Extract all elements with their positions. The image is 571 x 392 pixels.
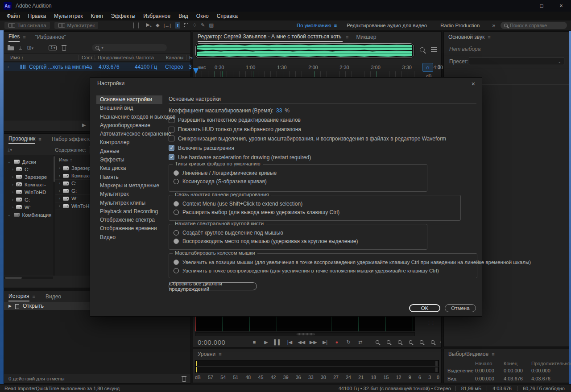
panel-resize-grip[interactable]: ⋮⋮ bbox=[427, 321, 435, 325]
checkbox[interactable] bbox=[169, 127, 174, 132]
preferences-category[interactable]: Мультитрек bbox=[96, 190, 162, 198]
new-item-icon[interactable]: ⊞▾ bbox=[27, 45, 34, 51]
checkbox[interactable] bbox=[169, 145, 174, 151]
radio-button[interactable] bbox=[174, 268, 179, 273]
close-button[interactable]: × bbox=[551, 0, 571, 12]
tab-editor[interactable]: Редактор: Сергей Завьялов - А мне с тобо… bbox=[198, 32, 343, 42]
history-panel-menu-icon[interactable]: ≡ bbox=[33, 294, 35, 299]
view-end[interactable]: 4:03.676 bbox=[504, 376, 523, 381]
checkbox[interactable] bbox=[169, 154, 174, 160]
preferences-category[interactable]: Отображение времени bbox=[96, 224, 162, 233]
radio-button[interactable] bbox=[174, 230, 179, 235]
play-button[interactable]: ▶ bbox=[262, 339, 270, 345]
preferences-category[interactable]: Автоматическое сохранение bbox=[96, 130, 162, 138]
file-row[interactable]: › Сергей ...хоть на миг.m4a 4:03.676 441… bbox=[4, 62, 190, 71]
snap-toggle[interactable]: ∩ bbox=[422, 63, 433, 72]
marquee-selection-tool[interactable] bbox=[184, 23, 188, 28]
tab-effects-rack[interactable]: Набор эффектов bbox=[52, 136, 94, 142]
zoom-out-time-button[interactable] bbox=[387, 340, 390, 344]
checkbox[interactable] bbox=[169, 117, 174, 123]
tab-files[interactable]: Files bbox=[8, 32, 20, 42]
preferences-category[interactable]: Мультитрек клипы bbox=[96, 199, 162, 207]
tab-video[interactable]: Видео bbox=[46, 293, 61, 300]
workspace-radio-production[interactable]: Radio Production bbox=[440, 23, 480, 28]
dialog-close-icon[interactable]: × bbox=[469, 79, 477, 87]
row-expand-chevron[interactable]: › bbox=[8, 65, 9, 69]
multitrack-view-button[interactable]: Мультитрек bbox=[54, 22, 99, 29]
waveform-overview[interactable] bbox=[195, 43, 414, 58]
spot-healing-tool[interactable]: ▨ bbox=[209, 22, 214, 28]
column-rate[interactable]: Частота bbox=[132, 55, 154, 60]
help-search[interactable] bbox=[501, 22, 567, 29]
stop-button[interactable]: ■ bbox=[251, 339, 258, 345]
preferences-category[interactable]: Данные bbox=[96, 147, 162, 156]
slip-tool[interactable]: |↔| bbox=[163, 23, 171, 28]
loop-button[interactable]: ↻ bbox=[345, 339, 352, 345]
menu-item[interactable]: Эффекты bbox=[107, 13, 140, 19]
workspace-audio-for-video[interactable]: Редактирование аудио для видео bbox=[347, 23, 427, 28]
record-button[interactable]: ● bbox=[333, 339, 340, 345]
lasso-selection-tool[interactable]: ♢ bbox=[192, 22, 197, 28]
time-selection-tool[interactable]: I bbox=[175, 22, 180, 29]
preferences-category[interactable]: Назначение входов и выходов bbox=[96, 113, 162, 121]
menu-item[interactable]: Окно bbox=[192, 13, 213, 19]
menu-item[interactable]: Клип bbox=[87, 13, 107, 19]
minimize-button[interactable]: – bbox=[512, 0, 532, 12]
preferences-category[interactable]: Отображение спектра bbox=[96, 216, 162, 224]
waveform-display-button[interactable] bbox=[133, 23, 134, 28]
zoom-in-selection-button[interactable] bbox=[398, 340, 401, 344]
tab-history[interactable]: История bbox=[8, 292, 29, 301]
ruler-tick-strip[interactable] bbox=[193, 71, 416, 77]
selection-panel-menu-icon[interactable]: ≡ bbox=[492, 351, 494, 357]
tab-favorites[interactable]: "Избранное" bbox=[35, 34, 66, 40]
transport-overflow-chevron[interactable]: › bbox=[440, 340, 441, 344]
timeline-ruler[interactable]: 0:301:001:302:002:303:003:304:00 bbox=[215, 65, 443, 70]
menu-item[interactable]: Мультитрек bbox=[50, 13, 87, 19]
preferences-category[interactable]: Внешний вид bbox=[96, 104, 162, 112]
maximize-button[interactable]: □ bbox=[532, 0, 551, 12]
list-view-icon[interactable] bbox=[431, 46, 437, 52]
preview-play-button[interactable]: ▶ bbox=[82, 122, 86, 128]
paintbrush-tool[interactable]: ✎ bbox=[201, 22, 205, 28]
spectral-display-button[interactable] bbox=[138, 23, 139, 28]
reset-warnings-button[interactable]: Сбросить все диалоги предупреждений bbox=[169, 282, 257, 290]
zoom-reset-button[interactable] bbox=[420, 340, 423, 344]
tree-item-g[interactable]: ›G: bbox=[12, 196, 30, 203]
tree-item-w[interactable]: ›W: bbox=[12, 203, 31, 211]
tab-selection-view[interactable]: Выбор/Видимое bbox=[448, 351, 488, 357]
preferences-category[interactable]: Контроллер bbox=[96, 138, 162, 147]
selection-start[interactable]: 0:00.000 bbox=[475, 368, 494, 373]
fast-forward-button[interactable]: ▶▶ bbox=[310, 339, 317, 345]
tree-item-combination[interactable]: ⌄Комбинация bbox=[8, 211, 51, 219]
essential-panel-menu-icon[interactable]: ≡ bbox=[488, 34, 490, 40]
menu-item[interactable]: Избранное bbox=[139, 13, 174, 19]
zoom-scrollbar[interactable] bbox=[195, 332, 415, 336]
rewind-button[interactable]: ◀◀ bbox=[298, 339, 305, 345]
level-meter[interactable] bbox=[195, 360, 439, 373]
import-file-icon[interactable]: ↓ bbox=[19, 45, 22, 50]
menu-item[interactable]: Вид bbox=[174, 13, 192, 19]
zoom-out-selection-button[interactable] bbox=[409, 340, 413, 344]
skip-selection-button[interactable]: ⇄ bbox=[356, 339, 364, 345]
razor-tool[interactable]: ◆ bbox=[156, 22, 159, 28]
tab-essential-sound[interactable]: Основной звук bbox=[448, 34, 484, 40]
preferences-category[interactable]: Маркеры и метаданные bbox=[96, 182, 162, 190]
preferences-category[interactable]: Видео bbox=[96, 233, 162, 242]
move-tool[interactable]: ▶+ bbox=[146, 22, 152, 28]
tree-item-c[interactable]: ›C: bbox=[12, 165, 30, 173]
tree-hscrollbar[interactable] bbox=[4, 276, 53, 279]
workspace-overflow-chevrons[interactable]: » bbox=[492, 22, 495, 29]
zoom-reset-icon[interactable] bbox=[420, 47, 425, 52]
zoom-full-button[interactable] bbox=[431, 340, 434, 344]
files-panel-menu-icon[interactable]: ≡ bbox=[23, 34, 25, 40]
files-search[interactable]: ▾ bbox=[92, 44, 167, 51]
column-state[interactable]: Сост... bbox=[79, 55, 96, 60]
selection-end[interactable]: 0:00.000 bbox=[504, 368, 523, 373]
column-name[interactable]: Имя ↑ bbox=[10, 55, 24, 60]
preferences-category[interactable]: Основные настройки bbox=[96, 95, 162, 104]
radio-button[interactable] bbox=[174, 201, 179, 206]
zoom-in-time-button[interactable] bbox=[376, 340, 379, 344]
marker-pin-icon[interactable]: ↧ bbox=[437, 64, 442, 70]
workspace-default[interactable]: По умолчанию bbox=[297, 23, 331, 28]
ok-button[interactable]: OK bbox=[409, 304, 440, 312]
